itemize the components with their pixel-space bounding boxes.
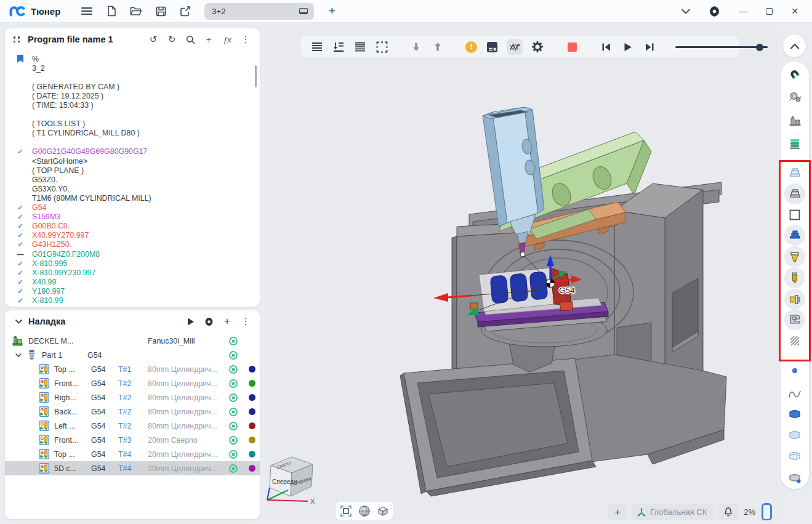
gcode-line[interactable]: ✓X40.99Y270.997 bbox=[12, 231, 260, 240]
toolpath-curve-button[interactable] bbox=[784, 384, 805, 405]
gcode-line[interactable]: ( T1 CYLINDRICAL_MILL D80 ) bbox=[12, 129, 260, 138]
gcode-line[interactable]: —G01G94Z0.F200M8 bbox=[12, 249, 260, 259]
operation-row[interactable]: GFront...G54T#320mm Сверло bbox=[5, 433, 260, 447]
report-panel-button[interactable] bbox=[485, 40, 499, 54]
setup-collapse-chevron[interactable] bbox=[14, 320, 23, 324]
operation-target-icon[interactable] bbox=[223, 365, 244, 374]
gcode-line[interactable] bbox=[12, 110, 260, 119]
part-target-icon[interactable] bbox=[223, 350, 244, 360]
run-simulation-button[interactable] bbox=[182, 314, 198, 329]
program-panel-menu-button[interactable]: ⋮ bbox=[238, 32, 254, 47]
skip-to-end-button[interactable] bbox=[643, 40, 656, 54]
part-collapse-chevron[interactable] bbox=[14, 353, 23, 357]
operation-target-icon[interactable] bbox=[223, 379, 244, 389]
machine-3d-scene[interactable]: G54 bbox=[266, 28, 778, 520]
isometric-box-button[interactable] bbox=[376, 504, 390, 518]
maximize-button[interactable] bbox=[766, 8, 773, 15]
gcode-line[interactable]: ( GENERATED BY CAM ) bbox=[12, 82, 260, 91]
settings-button[interactable] bbox=[709, 6, 720, 17]
gcode-line[interactable]: ✓G00G21G40G49G69G80G90G17 bbox=[12, 147, 260, 156]
play-button[interactable] bbox=[621, 40, 635, 54]
gcode-line[interactable]: ( DATE: 19.12.2025 ) bbox=[12, 91, 260, 100]
gcode-line[interactable]: ✓X-810.99 bbox=[12, 296, 260, 305]
step-down-button[interactable] bbox=[409, 40, 423, 54]
document-tab[interactable]: 3+2 bbox=[204, 3, 314, 20]
setup-menu-button[interactable]: ⋮ bbox=[238, 314, 254, 329]
gcode-line[interactable]: ( TIME: 15:04:33 ) bbox=[12, 100, 260, 110]
single-block-button[interactable] bbox=[310, 40, 324, 54]
add-cs-button[interactable]: + bbox=[608, 504, 627, 521]
program-scrollbar[interactable] bbox=[255, 65, 257, 87]
operation-row[interactable]: GTop ...G54T#420mm Цилиндрич... bbox=[5, 447, 260, 461]
skip-to-start-button[interactable] bbox=[600, 40, 613, 54]
new-file-button[interactable] bbox=[102, 2, 121, 20]
select-box-button[interactable] bbox=[339, 504, 353, 518]
operation-target-icon[interactable] bbox=[223, 407, 244, 417]
toolpath-display-toggle[interactable] bbox=[507, 39, 523, 55]
operation-row[interactable]: GRigh...G54T#280mm Цилиндрич... bbox=[5, 390, 260, 405]
operation-target-icon[interactable] bbox=[223, 435, 244, 445]
orbit-sphere-button[interactable] bbox=[358, 504, 371, 518]
redo-button[interactable]: ↻ bbox=[164, 32, 180, 47]
surface-wireframe-button[interactable] bbox=[784, 445, 805, 466]
surface-shaded-button[interactable] bbox=[784, 403, 805, 424]
holder-visibility-button[interactable] bbox=[784, 246, 805, 267]
magnet-snap-button[interactable] bbox=[784, 64, 805, 85]
setup-settings-button[interactable] bbox=[201, 314, 217, 329]
part-row[interactable]: Part 1 G54 bbox=[5, 348, 260, 362]
gcode-line[interactable]: ✓Y190.997 bbox=[12, 286, 260, 296]
gcode-line[interactable]: ✓X40.99 bbox=[12, 277, 260, 286]
gcode-line[interactable]: T1M6 (80MM CYLINDRICAL MILL) bbox=[12, 193, 260, 203]
divide-step-button[interactable]: ÷ bbox=[201, 32, 217, 47]
gcode-line[interactable]: ( TOP PLANE ) bbox=[12, 166, 260, 175]
operation-target-icon[interactable] bbox=[223, 449, 244, 459]
operation-target-icon[interactable] bbox=[223, 393, 244, 403]
simulation-progress-slider[interactable] bbox=[675, 40, 768, 54]
goto-line-button[interactable] bbox=[332, 40, 345, 54]
gcode-line[interactable]: ✓S159M3 bbox=[12, 212, 260, 222]
open-file-button[interactable] bbox=[127, 2, 145, 20]
surface-point-button[interactable] bbox=[784, 467, 805, 488]
toolpath-points-button[interactable] bbox=[784, 360, 805, 381]
gcode-line[interactable]: ✓G54 bbox=[12, 203, 260, 212]
undo-button[interactable]: ↺ bbox=[145, 32, 161, 47]
gcode-line[interactable]: <StartGoHome> bbox=[12, 156, 260, 166]
hatch-section-button[interactable] bbox=[784, 330, 805, 351]
operation-target-icon[interactable] bbox=[223, 464, 244, 474]
stock-visibility-button[interactable] bbox=[784, 183, 805, 204]
search-button[interactable] bbox=[182, 32, 198, 47]
all-lines-button[interactable] bbox=[353, 40, 367, 54]
machine-row[interactable]: DECKEL M... Fanuc30i_Mill bbox=[5, 334, 260, 348]
formula-button[interactable]: ƒx bbox=[219, 32, 235, 47]
fixture-visibility-button[interactable] bbox=[784, 289, 805, 310]
minimize-button[interactable]: — bbox=[739, 6, 747, 16]
view-cube[interactable]: Спереди Справа Сверху X bbox=[266, 447, 323, 506]
gcode-line[interactable]: % bbox=[12, 54, 260, 63]
main-menu-button[interactable] bbox=[78, 2, 96, 20]
stock-box-visibility-button[interactable] bbox=[784, 204, 805, 225]
machine-target-icon[interactable] bbox=[223, 336, 244, 346]
probe-button[interactable] bbox=[784, 87, 805, 108]
new-tab-button[interactable]: + bbox=[323, 2, 341, 20]
operation-row[interactable]: GTop ...G54T#180mm Цилиндрич... bbox=[5, 362, 260, 376]
machine-config-button[interactable] bbox=[784, 110, 805, 131]
add-operation-button[interactable]: + bbox=[219, 314, 235, 329]
titlebar-chevron-down[interactable] bbox=[681, 9, 690, 14]
result-part-visibility-button[interactable] bbox=[784, 225, 805, 246]
coordinate-system-button[interactable]: Глобальная СК bbox=[632, 504, 714, 521]
machine-visibility-button[interactable] bbox=[784, 309, 805, 330]
viewport-3d[interactable]: G54 ! bbox=[266, 28, 778, 520]
target-part-visibility-button[interactable] bbox=[784, 163, 805, 183]
gcode-line[interactable] bbox=[12, 138, 260, 147]
tool-visibility-button[interactable] bbox=[784, 267, 805, 288]
stock-layers-button[interactable] bbox=[784, 133, 805, 154]
operation-row[interactable]: GFront...G54T#280mm Цилиндрич... bbox=[5, 376, 260, 390]
gcode-line[interactable]: ✓X-810.995 bbox=[12, 259, 260, 268]
warnings-button[interactable]: ! bbox=[465, 41, 477, 53]
simulation-settings-button[interactable] bbox=[531, 40, 544, 54]
notifications-button[interactable] bbox=[719, 504, 738, 521]
gcode-line[interactable]: G53X0.Y0. bbox=[12, 184, 260, 193]
gcode-line[interactable]: ✓X-810.99Y230.997 bbox=[12, 268, 260, 277]
frame-selection-button[interactable] bbox=[375, 40, 388, 54]
step-up-button[interactable] bbox=[431, 40, 444, 54]
